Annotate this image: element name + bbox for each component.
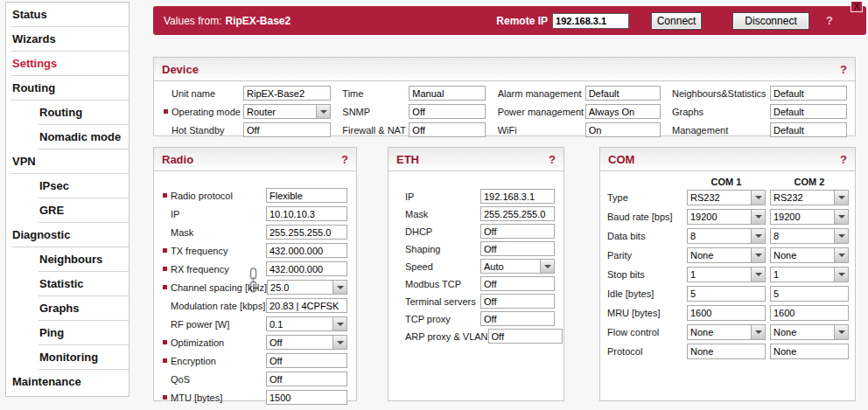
com2-parity-select[interactable]: None [770, 247, 849, 263]
com2-data-bits-select[interactable]: 8 [770, 228, 849, 244]
com2-flow-control-select[interactable]: None [770, 324, 849, 340]
radio-ip-input[interactable] [266, 206, 347, 221]
sidebar-item-settings[interactable]: Settings [11, 52, 129, 76]
field-row: Shaping [397, 241, 555, 256]
shaping-input[interactable] [480, 241, 555, 256]
sidebar-item-routing-sub[interactable]: Routing [38, 101, 129, 125]
com2-stop-bits-select[interactable]: 1 [770, 267, 849, 282]
chevron-down-icon [332, 336, 346, 349]
tx-frequency-input[interactable] [266, 243, 347, 258]
power-management-input[interactable] [585, 104, 661, 119]
help-icon[interactable]: ? [840, 63, 847, 76]
management-input[interactable] [770, 122, 847, 137]
eth-mask-input[interactable] [480, 206, 555, 221]
field-label: Terminal servers [405, 296, 480, 307]
qos-input[interactable] [266, 372, 347, 386]
mtu-input[interactable] [266, 390, 347, 405]
sidebar-item-diagnostic[interactable]: Diagnostic [11, 223, 129, 247]
sidebar-item-routing[interactable]: Routing [11, 76, 129, 101]
field-label: Radio protocol [171, 191, 266, 201]
sidebar-item-nomadic-mode[interactable]: Nomadic mode [38, 125, 129, 149]
field-label: IP [405, 191, 480, 202]
com1-mru-input[interactable] [687, 305, 766, 321]
neighbours-statistics-input[interactable] [770, 86, 847, 101]
eth-panel-header: ETH ? [388, 148, 564, 171]
disconnect-button[interactable]: Disconnect [732, 12, 809, 30]
sidebar-item-ping[interactable]: Ping [38, 321, 129, 345]
help-icon[interactable]: ? [840, 153, 847, 166]
select-value: None [690, 327, 713, 337]
modulation-rate-input[interactable] [266, 298, 347, 313]
topbar: Values from:RipEX-Base2 Remote IP Connec… [153, 6, 866, 35]
unit-name-input[interactable] [243, 86, 331, 101]
radio-protocol-input[interactable] [266, 188, 347, 203]
time-input[interactable] [409, 86, 486, 101]
close-icon[interactable]: X [850, 1, 863, 12]
com1-stop-bits-select[interactable]: 1 [687, 267, 766, 282]
chevron-down-icon [834, 210, 848, 224]
com1-idle-input[interactable] [687, 286, 766, 302]
speed-select[interactable]: Auto [480, 259, 555, 274]
select-value: 19200 [690, 212, 718, 222]
hot-standby-input[interactable] [243, 122, 331, 137]
sidebar-item-monitoring[interactable]: Monitoring [38, 345, 129, 370]
sidebar-item-graphs[interactable]: Graphs [38, 296, 129, 321]
sidebar-item-statistic[interactable]: Statistic [38, 272, 129, 296]
wifi-input[interactable] [585, 122, 661, 137]
select-value: 25.0 [270, 282, 289, 293]
com2-baud-rate-select[interactable]: 19200 [770, 209, 849, 225]
arp-proxy-vlan-input[interactable] [488, 329, 563, 344]
com1-baud-rate-select[interactable]: 19200 [687, 209, 766, 225]
select-value: Auto [484, 261, 504, 272]
com1-type-select[interactable]: RS232 [687, 190, 766, 205]
connect-button[interactable]: Connect [651, 12, 702, 30]
sidebar-item-neighbours[interactable]: Neighbours [38, 247, 129, 272]
com2-idle-input[interactable] [770, 286, 849, 302]
sidebar-item-ipsec[interactable]: IPsec [38, 174, 129, 198]
field-row: Unit name [163, 86, 331, 101]
select-value: 0.1 [270, 319, 283, 330]
field-label: DHCP [405, 226, 480, 237]
remote-ip-input[interactable] [552, 13, 629, 29]
com1-flow-control-select[interactable]: None [687, 324, 766, 340]
com2-protocol-input[interactable] [770, 344, 849, 359]
com2-mru-input[interactable] [770, 305, 849, 321]
optimization-select[interactable]: Off [266, 335, 347, 350]
rx-frequency-input[interactable] [266, 261, 347, 276]
help-icon[interactable]: ? [549, 153, 556, 166]
sidebar-item-gre[interactable]: GRE [38, 198, 129, 223]
sidebar-item-vpn[interactable]: VPN [11, 149, 129, 174]
field-row: Graphs [663, 104, 847, 119]
snmp-input[interactable] [409, 104, 486, 119]
graphs-input[interactable] [770, 104, 847, 119]
field-label: Protocol [607, 346, 687, 357]
channel-spacing-select[interactable]: 25.0 [267, 280, 347, 295]
terminal-servers-input[interactable] [480, 294, 555, 309]
encryption-input[interactable] [266, 353, 347, 368]
dhcp-input[interactable] [480, 224, 555, 239]
field-label: Parity [607, 250, 687, 261]
sidebar-item-status[interactable]: Status [11, 3, 129, 27]
help-icon[interactable]: ? [826, 14, 833, 27]
operating-mode-select[interactable]: Router [243, 104, 331, 119]
com1-data-bits-select[interactable]: 8 [687, 228, 766, 244]
field-label: Time [342, 88, 409, 99]
eth-panel-body: IP Mask DHCP Shaping Speed Auto Modbus T… [388, 171, 564, 344]
sidebar-item-wizards[interactable]: Wizards [11, 27, 129, 52]
sidebar-item-maintenance[interactable]: Maintenance [11, 370, 129, 394]
modbus-tcp-input[interactable] [480, 276, 555, 291]
field-row: Terminal servers [397, 294, 555, 309]
com1-parity-select[interactable]: None [687, 247, 766, 263]
help-icon[interactable]: ? [341, 153, 348, 166]
firewall-nat-input[interactable] [409, 122, 486, 137]
com1-protocol-input[interactable] [687, 344, 766, 359]
field-row: Mask [397, 206, 555, 221]
com2-type-select[interactable]: RS232 [770, 190, 849, 205]
tcp-proxy-input[interactable] [480, 311, 555, 326]
panel-title: COM [608, 153, 634, 166]
alarm-management-input[interactable] [585, 86, 661, 101]
eth-ip-input[interactable] [480, 189, 555, 204]
rf-power-select[interactable]: 0.1 [266, 316, 347, 331]
field-row: ARP proxy & VLAN [397, 329, 555, 344]
radio-mask-input[interactable] [266, 225, 347, 240]
